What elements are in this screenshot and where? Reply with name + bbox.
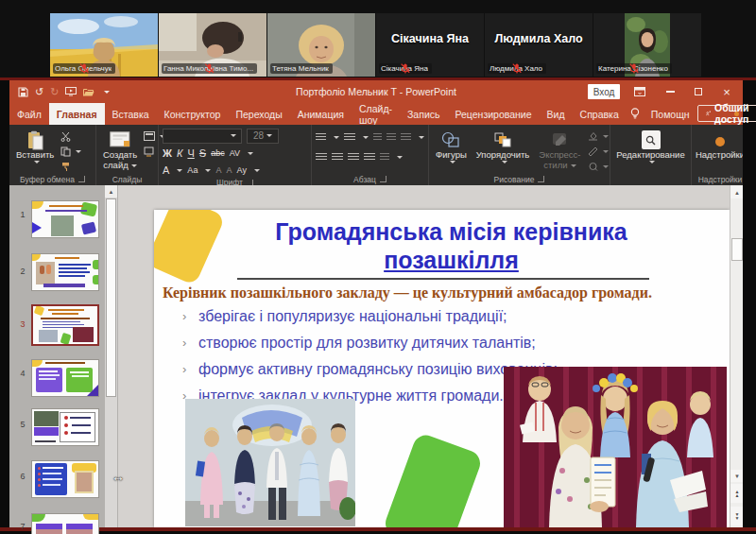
sign-in-button[interactable]: Вход <box>588 84 620 99</box>
current-slide[interactable]: Громадянська місія керівника позашкілля … <box>154 210 730 527</box>
slide-thumbnail[interactable] <box>31 408 99 446</box>
align-left-button[interactable] <box>316 153 327 162</box>
tab-file[interactable]: Файл <box>9 103 49 125</box>
maximize-button[interactable] <box>686 80 711 103</box>
shrink-font-button[interactable]: А <box>226 166 232 175</box>
participant-tile[interactable]: Катерина Сізоненко <box>593 13 701 77</box>
tab-assistant[interactable]: Помощн <box>644 103 697 125</box>
shape-outline-button[interactable] <box>588 145 609 158</box>
shapes-chevron-icon <box>450 161 455 164</box>
dialog-launcher-icon[interactable] <box>380 176 387 182</box>
find-icon <box>642 130 661 149</box>
start-slideshow-icon[interactable] <box>65 87 77 96</box>
cut-button[interactable] <box>60 129 81 143</box>
slide-scrollbar[interactable]: ▲ ▼ ▲▲ ▼▼ <box>730 185 743 527</box>
share-button[interactable]: Общий доступ <box>697 105 756 122</box>
tab-insert[interactable]: Вставка <box>105 103 157 125</box>
tab-view[interactable]: Вид <box>540 103 573 125</box>
editing-button[interactable]: Редактирование <box>613 129 687 173</box>
participant-name-label: Ганна Миколаївна Тимо... <box>162 63 257 74</box>
participant-tile[interactable]: Сікачина Яна Сікачина Яна <box>376 13 484 77</box>
underline-button[interactable]: Ч <box>187 148 194 159</box>
font-name-box[interactable] <box>163 129 242 144</box>
character-spacing-button[interactable]: AV <box>230 149 240 158</box>
close-button[interactable]: × <box>714 80 739 103</box>
slide-thumbnail[interactable] <box>31 513 99 534</box>
indent-increase-button[interactable] <box>387 133 395 142</box>
ribbon-display-options-icon[interactable] <box>627 80 652 103</box>
shape-effects-button[interactable] <box>588 160 609 173</box>
dialog-launcher-icon[interactable] <box>538 176 544 182</box>
slide-number: 1 <box>17 210 28 219</box>
muted-mic-icon <box>488 63 546 74</box>
undo-icon[interactable]: ↺ <box>35 87 43 97</box>
next-slide-button[interactable]: ▼▼ <box>730 507 743 525</box>
columns-button[interactable] <box>380 153 389 162</box>
italic-button[interactable]: К <box>177 148 182 159</box>
align-center-button[interactable] <box>332 153 343 162</box>
shape-fill-icon <box>588 131 598 141</box>
numbered-list-chevron-icon <box>363 136 369 139</box>
open-folder-icon[interactable] <box>83 88 94 96</box>
change-case-button[interactable]: Аа <box>187 166 198 175</box>
numbered-list-button[interactable] <box>344 133 354 142</box>
shapes-button[interactable]: Фигуры <box>433 129 470 173</box>
scroll-up-icon[interactable]: ▲ <box>105 185 117 198</box>
scroll-up-icon[interactable]: ▲ <box>730 186 743 198</box>
panel-scrollbar-thumb[interactable] <box>106 198 116 397</box>
tell-me-lightbulb-icon[interactable] <box>627 103 644 125</box>
previous-slide-button[interactable]: ▲▲ <box>730 484 743 503</box>
bullet-item: ›зберігає і популяризує національні трад… <box>182 308 558 335</box>
tab-animations[interactable]: Анимация <box>290 103 352 125</box>
dialog-launcher-icon[interactable] <box>78 176 85 182</box>
bold-button[interactable]: Ж <box>163 148 172 159</box>
slide-thumbnail[interactable] <box>31 253 99 291</box>
scroll-down-icon[interactable]: ▼ <box>730 470 743 482</box>
share-icon <box>706 109 711 118</box>
new-slide-button[interactable]: Создать слайд <box>100 129 140 173</box>
quick-styles-button[interactable]: Экспресс- стили <box>536 129 583 173</box>
participant-tile[interactable]: Ольга Омельчук <box>50 13 158 77</box>
tab-home[interactable]: Главная <box>49 103 105 125</box>
group-label-addins: Надстройки <box>698 175 743 184</box>
slide-thumbnail-selected[interactable] <box>31 304 99 346</box>
copy-button[interactable] <box>60 145 81 158</box>
ribbon: Вставить <box>9 125 743 185</box>
font-color-button[interactable]: А <box>163 165 169 176</box>
title-bar: ↺ ↻ Портфоліо Мельник Т - PowerPoint Вхо… <box>9 80 743 103</box>
text-shadow-button[interactable]: S <box>199 148 206 159</box>
slide-thumbnail[interactable] <box>31 200 99 238</box>
highlight-color-button[interactable]: Ау <box>236 166 246 175</box>
slide-scrollbar-thumb[interactable] <box>731 238 743 261</box>
indent-decrease-button[interactable] <box>373 133 382 142</box>
tab-slideshow[interactable]: Слайд-шоу <box>352 103 400 125</box>
redo-icon[interactable]: ↻ <box>50 87 59 97</box>
addins-button[interactable]: Надстройки <box>693 129 743 173</box>
shape-fill-button[interactable] <box>588 129 609 143</box>
arrange-button[interactable]: Упорядочить <box>473 129 533 173</box>
tab-record[interactable]: Запись <box>400 103 447 125</box>
strikethrough-button[interactable]: abc <box>211 149 225 158</box>
participant-tile[interactable]: Ганна Миколаївна Тимо... <box>159 13 266 77</box>
horizontal-resize-cursor: ↔ <box>112 469 125 484</box>
participant-tile[interactable]: Людмила Хало Людмила Хало <box>485 13 593 77</box>
slide-thumbnail[interactable] <box>31 460 99 498</box>
tab-review[interactable]: Рецензирование <box>447 103 539 125</box>
editing-chevron-icon <box>649 161 655 164</box>
justify-button[interactable] <box>364 153 375 162</box>
tab-design[interactable]: Конструктор <box>157 103 229 125</box>
font-size-box[interactable]: 28 <box>247 129 279 144</box>
slide-thumbnail[interactable] <box>31 359 99 397</box>
save-icon[interactable] <box>18 87 28 97</box>
align-right-button[interactable] <box>348 153 359 162</box>
tab-help[interactable]: Справка <box>573 103 627 125</box>
tab-transitions[interactable]: Переходы <box>228 103 289 125</box>
paste-button[interactable]: Вставить <box>13 129 57 173</box>
line-spacing-button[interactable] <box>401 133 411 142</box>
bullet-list-button[interactable] <box>316 133 326 142</box>
format-painter-button[interactable] <box>60 160 81 173</box>
customize-qat-chevron-icon[interactable] <box>104 91 110 94</box>
participant-tile-active-speaker[interactable]: Тетяна Мельник <box>267 13 375 77</box>
minimize-button[interactable] <box>658 80 682 103</box>
grow-font-button[interactable]: А <box>215 166 221 175</box>
